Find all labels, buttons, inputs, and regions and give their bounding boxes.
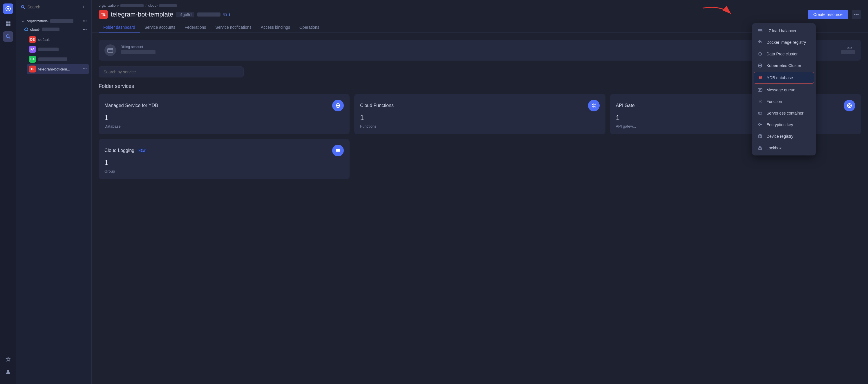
lockbox-icon xyxy=(757,145,763,151)
dropdown-label-function: Function xyxy=(767,99,782,104)
icon-bar xyxy=(0,0,16,384)
title-id-badge: b1gbfh1 xyxy=(176,12,194,18)
service-card-api-gateway[interactable]: API Gate 1 API gatew... xyxy=(610,94,861,134)
dropdown-item-lockbox[interactable]: Lockbox xyxy=(752,142,816,154)
dropdown-label-kubernetes-cluster: Kubernetes Cluster xyxy=(767,63,801,68)
svg-point-1 xyxy=(7,8,9,9)
sidebar-cloud-item[interactable]: cloud- ••• xyxy=(16,26,91,33)
billing-text: Billing account xyxy=(121,45,836,55)
tab-folder-dashboard[interactable]: Folder dashboard xyxy=(99,23,140,32)
folder-name-fa xyxy=(38,47,59,51)
billing-value xyxy=(121,50,155,54)
folder-item-fa[interactable]: FA xyxy=(27,44,89,54)
search-icon-button[interactable] xyxy=(3,31,13,42)
dropdown-label-device-registry: Device registry xyxy=(767,134,794,139)
encryption-key-icon xyxy=(757,122,763,128)
sidebar-search-input[interactable] xyxy=(27,5,78,9)
svg-rect-44 xyxy=(758,112,762,114)
service-card-ydb[interactable]: Managed Service for YDB 1 Database xyxy=(99,94,349,134)
top-header: organization- / cloud- TE telegram-bot-t… xyxy=(92,0,868,33)
folder-list: DE default FA LA TE telegram-bot-tem... … xyxy=(16,33,91,75)
tab-operations[interactable]: Operations xyxy=(295,23,324,32)
dropdown-item-data-proc-cluster[interactable]: Data Proc cluster xyxy=(752,48,816,60)
header-actions: Create resource ••• xyxy=(808,10,861,19)
service-card-header-ydb: Managed Service for YDB xyxy=(104,100,344,111)
billing-right: Bala... xyxy=(841,46,855,54)
dropdown-item-kubernetes-cluster[interactable]: Kubernetes Cluster xyxy=(752,60,816,71)
billing-balance-value xyxy=(841,50,855,54)
create-resource-button[interactable]: Create resource xyxy=(808,10,848,19)
tab-service-notifications[interactable]: Service notifications xyxy=(211,23,256,32)
api-gateway-service-icon xyxy=(844,100,855,111)
copy-icon-button[interactable]: ⧉ xyxy=(223,12,226,17)
folder-name-la xyxy=(38,57,67,61)
folder-services-title: Folder services xyxy=(99,83,861,89)
service-card-header-api-gateway: API Gate xyxy=(616,100,855,111)
cloud-icon xyxy=(24,28,28,32)
dropdown-item-function[interactable]: Function xyxy=(752,96,816,107)
dropdown-label-ydb-database: YDB database xyxy=(767,75,793,80)
more-options-button[interactable]: ••• xyxy=(852,10,861,19)
svg-point-47 xyxy=(758,124,761,126)
folder-more-button-te[interactable]: ••• xyxy=(83,67,87,71)
dropdown-item-l7-load-balancer[interactable]: L7 load balancer xyxy=(752,25,816,36)
create-resource-dropdown: L7 load balancer Docker image registry D… xyxy=(752,23,816,156)
logo-button[interactable] xyxy=(3,3,13,14)
user-icon-button[interactable] xyxy=(3,366,13,377)
folder-item-default[interactable]: DE default xyxy=(27,34,89,44)
cloud-logging-service-sublabel: Group xyxy=(104,169,344,173)
svg-rect-25 xyxy=(758,30,762,30)
folder-name-te: telegram-bot-tem... xyxy=(38,67,70,71)
svg-point-10 xyxy=(22,5,24,8)
functions-service-icon xyxy=(588,100,600,111)
svg-rect-40 xyxy=(758,89,762,91)
sidebar-add-button[interactable]: + xyxy=(80,3,87,10)
service-card-cloud-logging[interactable]: Cloud Logging NEW 1 Group xyxy=(99,139,349,179)
folder-item-te[interactable]: TE telegram-bot-tem... ••• xyxy=(27,64,89,74)
svg-point-56 xyxy=(760,149,761,149)
device-registry-icon xyxy=(757,133,763,139)
tab-federations[interactable]: Federations xyxy=(180,23,211,32)
new-badge-cloud-logging: NEW xyxy=(137,149,147,153)
billing-balance-label: Bala... xyxy=(841,46,855,50)
service-card-functions[interactable]: Cloud Functions 1 Functions xyxy=(354,94,605,134)
svg-rect-5 xyxy=(8,24,10,26)
dropdown-item-ydb-database[interactable]: YDB database xyxy=(754,72,814,84)
dropdown-label-lockbox: Lockbox xyxy=(767,146,781,150)
message-queue-icon xyxy=(757,87,763,93)
cloud-more-button[interactable]: ••• xyxy=(83,27,87,32)
tab-access-bindings[interactable]: Access bindings xyxy=(256,23,295,32)
dropdown-item-serverless-container[interactable]: Serverless container xyxy=(752,107,816,119)
breadcrumb-org-blurred xyxy=(120,4,144,7)
main-content: organization- / cloud- TE telegram-bot-t… xyxy=(92,0,868,384)
chevron-down-icon xyxy=(21,19,25,23)
grid-icon-button[interactable] xyxy=(3,19,13,29)
dropdown-item-device-registry[interactable]: Device registry xyxy=(752,130,816,142)
dropdown-item-docker-image-registry[interactable]: Docker image registry xyxy=(752,36,816,48)
service-card-title-functions: Cloud Functions xyxy=(360,103,394,108)
org-more-button[interactable]: ••• xyxy=(83,19,87,23)
svg-line-7 xyxy=(9,37,10,39)
functions-service-sublabel: Functions xyxy=(360,124,599,128)
dropdown-label-serverless-container: Serverless container xyxy=(767,111,804,116)
api-gateway-service-sublabel: API gatew... xyxy=(616,124,855,128)
dropdown-label-encryption-key: Encryption key xyxy=(767,122,793,127)
service-card-title-ydb: Managed Service for YDB xyxy=(104,103,158,108)
org-name-label: organization- xyxy=(27,19,49,23)
cloud-logging-service-count: 1 xyxy=(104,159,344,167)
service-card-title-api-gateway: API Gate xyxy=(616,103,635,108)
tab-service-accounts[interactable]: Service accounts xyxy=(140,23,180,32)
dropdown-item-message-queue[interactable]: Message queue xyxy=(752,84,816,96)
star-icon-button[interactable] xyxy=(3,354,13,364)
folder-name-default: default xyxy=(38,37,50,42)
title-icons: ⧉ ℹ xyxy=(223,12,230,18)
info-icon-button[interactable]: ℹ xyxy=(229,12,230,18)
l7-load-balancer-icon xyxy=(757,28,763,34)
api-gateway-service-count: 1 xyxy=(616,114,855,122)
functions-service-count: 1 xyxy=(360,114,599,122)
dropdown-item-encryption-key[interactable]: Encryption key xyxy=(752,119,816,130)
breadcrumb-cloud: cloud- xyxy=(148,3,158,7)
search-by-service-input[interactable] xyxy=(99,66,244,77)
folder-item-la[interactable]: LA xyxy=(27,54,89,64)
sidebar-org-item[interactable]: organization- ••• xyxy=(16,17,91,26)
